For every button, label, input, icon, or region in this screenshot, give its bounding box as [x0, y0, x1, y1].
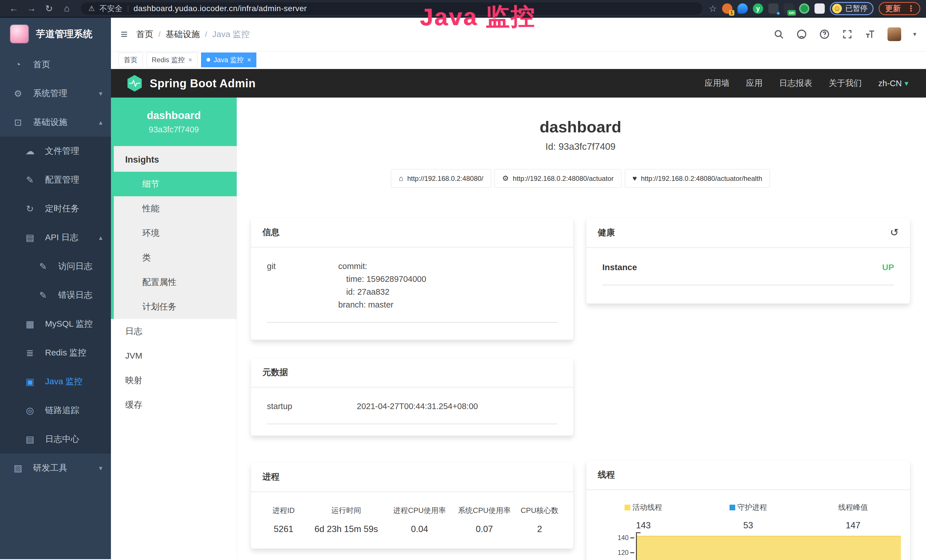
sidebar-item-label: 文件管理	[45, 145, 79, 157]
sba-item-caches[interactable]: 缓存	[111, 392, 237, 417]
tab-home[interactable]: 首页	[118, 53, 143, 67]
sidebar-item-system[interactable]: ⚙ 系统管理 ▾	[0, 79, 111, 108]
extension-puzzle-icon[interactable]	[814, 3, 825, 14]
tab-java-monitor[interactable]: Java 监控 ×	[201, 53, 256, 67]
sidebar-item-log-center[interactable]: ▤ 日志中心	[0, 425, 111, 454]
insights-section-label: Insights	[114, 146, 237, 172]
chrome-update-button[interactable]: 更新 ⋮	[879, 2, 920, 15]
avatar-caret-down-icon[interactable]: ▾	[913, 30, 916, 38]
sidebar-item-config[interactable]: ✎ 配置管理	[0, 165, 111, 194]
close-icon[interactable]: ×	[188, 56, 192, 64]
sidebar-item-access-log[interactable]: ✎ 访问日志	[0, 252, 111, 281]
search-icon[interactable]	[773, 29, 784, 40]
browser-back-icon[interactable]: ←	[6, 3, 22, 14]
sba-logo-icon	[127, 75, 142, 92]
font-size-icon[interactable]	[865, 29, 876, 40]
breadcrumb-infra[interactable]: 基础设施	[166, 29, 200, 40]
sba-item-metrics[interactable]: 性能	[114, 196, 237, 221]
sba-item-mappings[interactable]: 映射	[111, 368, 237, 392]
browser-forward-icon[interactable]: →	[23, 3, 39, 14]
app-logo-row[interactable]: 芋道管理系统	[0, 18, 111, 50]
health-instance-row[interactable]: Instance UP	[602, 262, 894, 285]
browser-reload-icon[interactable]: ↻	[41, 3, 57, 14]
sidebar-item-mysql[interactable]: ▦ MySQL 监控	[0, 310, 111, 338]
health-instance-label: Instance	[602, 262, 637, 272]
infra-submenu: ☁ 文件管理 ✎ 配置管理 ↻ 定时任务 ▤ API 日志 ▴ ✎	[0, 137, 111, 454]
profile-chip-label: 已暂停	[845, 3, 867, 14]
info-card-header: 信息	[251, 218, 573, 247]
github-icon[interactable]	[796, 29, 807, 40]
sidebar-item-tracing[interactable]: ◎ 链路追踪	[0, 396, 111, 425]
cloud-icon: ☁	[24, 146, 36, 157]
address-bar[interactable]: ⚠ 不安全 | dashboard.yudao.iocoder.cn/infra…	[81, 2, 702, 15]
sidebar-item-infra[interactable]: ⊡ 基础设施 ▴	[0, 108, 111, 137]
breadcrumb-home[interactable]: 首页	[136, 29, 153, 40]
sba-link-wallboard[interactable]: 应用墙	[705, 77, 729, 89]
instance-name: dashboard	[147, 109, 201, 121]
tab-label: 首页	[124, 55, 138, 65]
navbar-actions: ▾	[773, 27, 916, 41]
tags-view-bar: 首页 Redis 监控 × Java 监控 ×	[111, 51, 926, 69]
sidebar-item-file[interactable]: ☁ 文件管理	[0, 137, 111, 165]
security-label[interactable]: 不安全	[99, 3, 123, 14]
sba-brand[interactable]: Spring Boot Admin	[127, 75, 256, 92]
sba-item-details[interactable]: 细节	[114, 172, 237, 196]
sba-item-scheduled-tasks[interactable]: 计划任务	[114, 294, 237, 319]
info-line: branch: master	[338, 298, 426, 311]
sba-item-config-props[interactable]: 配置属性	[114, 270, 237, 294]
extension-grid-icon[interactable]	[768, 3, 779, 14]
sba-item-environment[interactable]: 环境	[114, 221, 237, 245]
process-header-cell: 进程CPU使用率	[387, 506, 452, 516]
sidebar-item-job[interactable]: ↻ 定时任务	[0, 194, 111, 223]
gear-icon: ⚙	[12, 88, 24, 99]
process-header-cell: 运行时间	[306, 506, 386, 516]
endpoint-home-button[interactable]: ⌂ http://192.168.0.2:48080/	[391, 169, 491, 188]
tab-redis-monitor[interactable]: Redis 监控 ×	[146, 53, 198, 67]
browser-home-icon[interactable]: ⌂	[59, 3, 75, 14]
edit-icon: ✎	[37, 290, 49, 301]
locale-selector[interactable]: zh-CN ▾	[878, 79, 908, 88]
instance-header[interactable]: dashboard 93a3fc7f7409	[111, 98, 237, 146]
sidebar-item-label: Java 监控	[45, 376, 83, 387]
process-card-header: 进程	[251, 462, 573, 492]
sba-link-about[interactable]: 关于我们	[829, 77, 862, 89]
chevron-up-icon: ▴	[99, 118, 102, 126]
user-avatar[interactable]	[888, 27, 901, 41]
sidebar-item-api-log[interactable]: ▤ API 日志 ▴	[0, 223, 111, 252]
help-icon[interactable]	[819, 29, 830, 40]
extension-shield-icon[interactable]: 1	[722, 3, 732, 14]
health-heart-icon: ♥	[632, 174, 637, 183]
extension-switch-icon[interactable]: on	[784, 3, 794, 14]
url-text[interactable]: dashboard.yudao.iocoder.cn/infra/admin-s…	[133, 4, 307, 13]
eye-icon: ◎	[24, 405, 36, 416]
sidebar-item-label: 配置管理	[45, 174, 79, 186]
close-icon[interactable]: ×	[247, 56, 251, 64]
sba-link-applications[interactable]: 应用	[746, 77, 763, 89]
sidebar-item-redis[interactable]: ≣ Redis 监控	[0, 338, 111, 367]
sidebar-item-java-monitor[interactable]: ▣ Java 监控	[0, 367, 111, 396]
bookmark-star-icon[interactable]: ☆	[709, 3, 717, 14]
endpoint-health-button[interactable]: ♥ http://192.168.0.2:48080/actuator/heal…	[625, 169, 770, 188]
sidebar-item-error-log[interactable]: ✎ 错误日志	[0, 281, 111, 310]
sidebar-item-label: 首页	[33, 59, 50, 70]
sba-item-jvm[interactable]: JVM	[111, 344, 237, 368]
sba-item-logs[interactable]: 日志	[111, 319, 237, 344]
browser-menu-kebab-icon[interactable]: ⋮	[904, 4, 918, 13]
sidebar-item-home[interactable]: ◔ 首页	[0, 50, 111, 79]
history-icon[interactable]: ↺	[890, 227, 899, 239]
endpoint-actuator-button[interactable]: ⚙ http://192.168.0.2:48080/actuator	[495, 169, 622, 188]
fullscreen-icon[interactable]	[842, 29, 853, 40]
extension-magnifier-icon[interactable]	[799, 3, 809, 14]
process-table: 进程ID 运行时间 进程CPU使用率 系统CPU使用率 CPU核心数 5261 …	[261, 506, 563, 549]
extension-pin-icon[interactable]	[737, 3, 748, 14]
card-title: 进程	[262, 471, 280, 483]
sidebar-collapse-icon[interactable]: ≡	[121, 27, 128, 41]
profile-sync-paused-chip[interactable]: ☺ 已暂停	[830, 2, 873, 15]
sba-item-classes[interactable]: 类	[114, 245, 237, 270]
sba-link-journal[interactable]: 日志报表	[779, 77, 812, 89]
extension-yuque-icon[interactable]: y	[753, 3, 763, 14]
breadcrumb: 首页 / 基础设施 / Java 监控	[136, 29, 250, 40]
info-line: commit:	[338, 260, 426, 273]
sidebar-item-devtools[interactable]: ▨ 研发工具 ▾	[0, 454, 111, 483]
sidebar-item-label: MySQL 监控	[45, 318, 93, 330]
